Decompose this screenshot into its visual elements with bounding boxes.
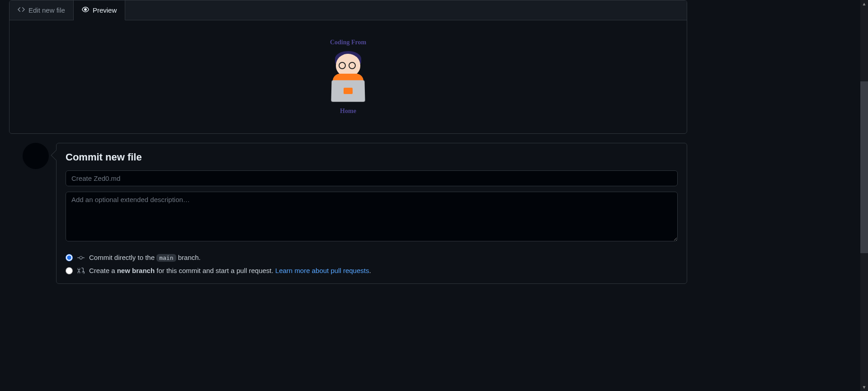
git-pull-request-icon <box>77 267 85 274</box>
commit-summary-input[interactable] <box>66 170 678 186</box>
branch-pill: main <box>156 254 176 262</box>
tab-preview[interactable]: Preview <box>74 0 125 20</box>
scroll-up-arrow-icon[interactable]: ▲ <box>860 0 868 8</box>
illustration-text-top: Coding From <box>330 39 366 46</box>
commit-heading: Commit new file <box>66 151 678 163</box>
commit-option-newbranch[interactable]: Create a new branch for this commit and … <box>66 267 678 274</box>
editor-tabs: Edit new file Preview <box>9 0 687 20</box>
tab-preview-label: Preview <box>93 6 117 14</box>
editor-container: Edit new file Preview Coding From Ho <box>9 0 687 134</box>
preview-area: Coding From Home <box>9 20 687 133</box>
commit-description-input[interactable] <box>66 192 678 241</box>
git-commit-icon <box>77 254 85 261</box>
scrollbar[interactable]: ▲ ▼ <box>860 0 868 391</box>
tab-edit-label: Edit new file <box>28 6 65 14</box>
eye-icon <box>82 6 89 14</box>
commit-form: Commit new file Commit directly to the m… <box>56 143 687 284</box>
tab-edit[interactable]: Edit new file <box>9 0 74 20</box>
illustration-text-bottom: Home <box>340 108 356 115</box>
commit-option-direct[interactable]: Commit directly to the main branch. <box>66 254 678 261</box>
learn-more-link[interactable]: Learn more about pull requests <box>275 267 369 274</box>
radio-newbranch[interactable] <box>66 267 73 274</box>
radio-direct[interactable] <box>66 254 73 261</box>
avatar[interactable] <box>23 143 49 169</box>
scrollbar-thumb[interactable] <box>860 81 868 253</box>
preview-illustration: Coding From Home <box>316 41 380 113</box>
scroll-down-arrow-icon[interactable]: ▼ <box>860 383 868 391</box>
code-icon <box>18 6 25 14</box>
option-newbranch-text: Create a new branch for this commit and … <box>89 267 371 274</box>
option-direct-text: Commit directly to the main branch. <box>89 254 201 261</box>
